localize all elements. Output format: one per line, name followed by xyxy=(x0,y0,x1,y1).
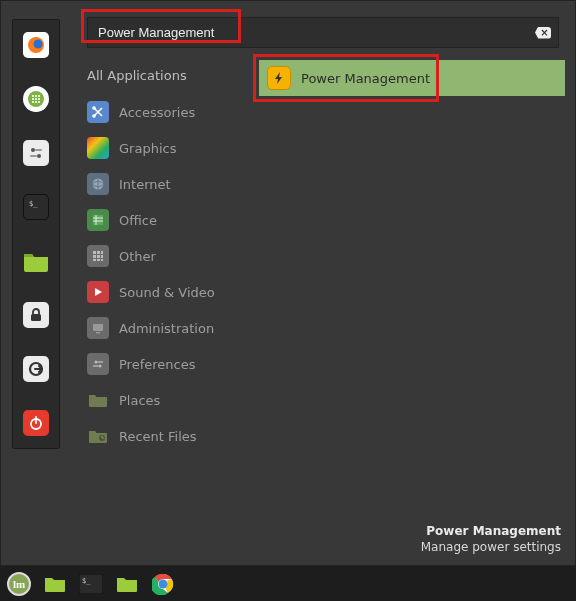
favorites-panel: $_ xyxy=(12,19,60,449)
taskbar-terminal[interactable]: $_ xyxy=(76,570,106,598)
svg-point-9 xyxy=(32,101,34,103)
svg-rect-28 xyxy=(93,215,103,225)
terminal-icon: $_ xyxy=(79,574,103,594)
logout-icon xyxy=(27,360,45,378)
svg-point-43 xyxy=(95,361,98,364)
category-label: Other xyxy=(119,249,156,264)
favorite-settings[interactable] xyxy=(19,136,53,170)
svg-rect-41 xyxy=(93,324,103,331)
terminal-icon: $_ xyxy=(26,198,46,216)
favorite-logout[interactable] xyxy=(19,352,53,386)
svg-text:$_: $_ xyxy=(82,577,91,585)
svg-point-24 xyxy=(92,106,96,110)
chrome-icon xyxy=(152,573,174,595)
svg-point-1 xyxy=(34,40,43,49)
svg-rect-32 xyxy=(93,251,96,254)
svg-point-8 xyxy=(38,98,40,100)
svg-rect-42 xyxy=(96,332,100,334)
category-label: Graphics xyxy=(119,141,176,156)
category-sound-video[interactable]: Sound & Video xyxy=(81,275,251,309)
app-description-title: Power Management xyxy=(421,523,561,539)
favorite-software[interactable] xyxy=(19,82,53,116)
favorite-firefox[interactable] xyxy=(19,28,53,62)
scissors-icon xyxy=(91,105,105,119)
svg-point-4 xyxy=(35,95,37,97)
spreadsheet-icon xyxy=(91,213,105,227)
svg-point-7 xyxy=(35,98,37,100)
svg-rect-40 xyxy=(101,259,103,261)
category-internet[interactable]: Internet xyxy=(81,167,251,201)
firefox-icon xyxy=(26,35,46,55)
category-preferences[interactable]: Preferences xyxy=(81,347,251,381)
menu-button[interactable]: lm xyxy=(4,570,34,598)
search-input[interactable] xyxy=(87,17,559,48)
app-result-power-management[interactable]: Power Management xyxy=(259,60,565,96)
favorite-shutdown[interactable] xyxy=(19,406,53,440)
folder-icon xyxy=(88,392,108,408)
power-icon xyxy=(28,415,44,431)
mint-logo-icon: lm xyxy=(7,572,31,596)
taskbar: lm $_ xyxy=(0,566,576,601)
application-menu: $_ xyxy=(0,0,576,566)
category-accessories[interactable]: Accessories xyxy=(81,95,251,129)
grid-green-icon xyxy=(27,90,45,108)
category-column: All Applications Accessories Graphics In… xyxy=(81,60,251,555)
menu-columns: All Applications Accessories Graphics In… xyxy=(81,60,565,555)
svg-rect-33 xyxy=(97,251,100,254)
sliders-icon xyxy=(91,357,105,371)
taskbar-chrome[interactable] xyxy=(148,570,178,598)
category-label: Sound & Video xyxy=(119,285,215,300)
backspace-x-icon: × xyxy=(540,27,548,38)
category-label: Places xyxy=(119,393,160,408)
svg-point-15 xyxy=(37,154,41,158)
svg-rect-38 xyxy=(93,259,96,261)
lock-icon xyxy=(28,307,44,323)
svg-point-6 xyxy=(32,98,34,100)
svg-rect-37 xyxy=(101,255,103,258)
sliders-icon xyxy=(27,144,45,162)
svg-rect-34 xyxy=(101,251,103,254)
favorite-lock[interactable] xyxy=(19,298,53,332)
svg-rect-35 xyxy=(93,255,96,258)
svg-point-11 xyxy=(38,101,40,103)
folder-recent-icon xyxy=(88,428,108,444)
svg-point-23 xyxy=(92,114,96,118)
svg-rect-39 xyxy=(97,259,100,261)
svg-rect-16 xyxy=(30,155,37,157)
favorite-terminal[interactable]: $_ xyxy=(19,190,53,224)
menu-main: × All Applications Accessories Graphics xyxy=(71,1,575,565)
folder-icon xyxy=(22,249,50,273)
svg-point-13 xyxy=(31,148,35,152)
category-all-applications[interactable]: All Applications xyxy=(81,62,251,89)
category-graphics[interactable]: Graphics xyxy=(81,131,251,165)
category-label: Administration xyxy=(119,321,214,336)
svg-rect-36 xyxy=(97,255,100,258)
application-column: Power Management xyxy=(251,60,565,555)
taskbar-show-desktop[interactable] xyxy=(40,570,70,598)
svg-point-10 xyxy=(35,101,37,103)
folder-icon xyxy=(43,574,67,594)
category-other[interactable]: Other xyxy=(81,239,251,273)
favorite-files[interactable] xyxy=(19,244,53,278)
category-administration[interactable]: Administration xyxy=(81,311,251,345)
category-label: Accessories xyxy=(119,105,195,120)
svg-point-3 xyxy=(32,95,34,97)
app-description: Power Management Manage power settings xyxy=(421,523,561,555)
clear-search-button[interactable]: × xyxy=(535,27,551,39)
category-recent-files[interactable]: Recent Files xyxy=(81,419,251,453)
grid-icon xyxy=(91,249,105,263)
svg-point-45 xyxy=(99,365,102,368)
svg-point-5 xyxy=(38,95,40,97)
app-result-label: Power Management xyxy=(301,71,430,86)
search-wrap: × xyxy=(87,17,559,48)
category-places[interactable]: Places xyxy=(81,383,251,417)
taskbar-files[interactable] xyxy=(112,570,142,598)
folder-icon xyxy=(115,574,139,594)
category-label: Recent Files xyxy=(119,429,197,444)
category-label: All Applications xyxy=(87,68,187,83)
svg-rect-12 xyxy=(29,146,43,160)
svg-text:$_: $_ xyxy=(29,200,38,208)
bolt-icon xyxy=(272,71,286,85)
favorites-column: $_ xyxy=(1,1,71,565)
category-office[interactable]: Office xyxy=(81,203,251,237)
